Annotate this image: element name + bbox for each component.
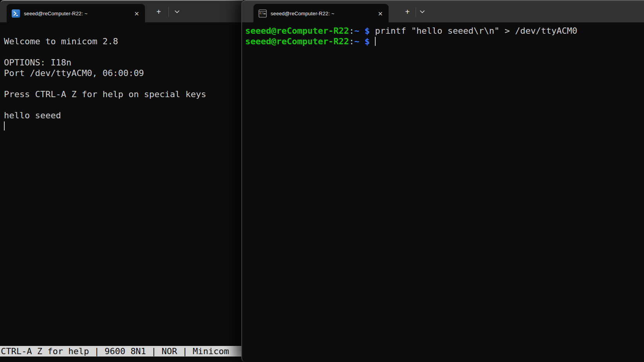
chevron-down-icon: [175, 10, 179, 13]
powershell-icon: [12, 9, 20, 18]
left-terminal-tab[interactable]: seeed@reComputer-R22: ~ ×: [7, 4, 145, 23]
left-tab-dropdown-button[interactable]: [171, 6, 183, 18]
terminal-cursor-line: [4, 121, 243, 131]
command-text: printf "hello seeed\r\n" > /dev/ttyACM0: [375, 26, 577, 36]
text-cursor: [4, 121, 5, 130]
right-tab-title: seeed@reComputer-R22: ~: [271, 11, 376, 16]
command-prompt-icon: C:\: [259, 9, 267, 18]
prompt-user-host: seeed@reComputer-R22: [245, 36, 349, 46]
desktop: seeed@reComputer-R22: ~ × + Welcome to m…: [0, 0, 644, 362]
prompt-colon: :: [349, 26, 354, 36]
minicom-terminal-output[interactable]: Welcome to minicom 2.8 OPTIONS: I18n Por…: [0, 22, 243, 362]
right-tab-dropdown-button[interactable]: [416, 6, 428, 18]
prompt-path: ~: [354, 36, 359, 46]
terminal-line: Welcome to minicom 2.8: [4, 36, 243, 47]
shell-command-line: seeed@reComputer-R22:~ $ printf "hello s…: [245, 25, 644, 36]
prompt-dollar: $: [359, 26, 375, 36]
right-tab-bar: C:\ seeed@reComputer-R22: ~ × +: [242, 0, 644, 22]
right-tab-close-icon[interactable]: ×: [376, 9, 385, 18]
terminal-line: hello seeed: [4, 110, 243, 121]
shell-terminal-window: C:\ seeed@reComputer-R22: ~ × + seeed@re…: [241, 0, 644, 362]
terminal-line: OPTIONS: I18n: [4, 57, 243, 68]
svg-text:C:\: C:\: [260, 12, 264, 14]
minicom-terminal-window: seeed@reComputer-R22: ~ × + Welcome to m…: [0, 0, 243, 362]
right-tabbar-divider: [416, 7, 416, 17]
left-tab-close-icon[interactable]: ×: [132, 9, 141, 18]
terminal-line: [4, 78, 243, 89]
terminal-line: Press CTRL-A Z for help on special keys: [4, 89, 243, 100]
prompt-user-host: seeed@reComputer-R22: [245, 26, 349, 36]
left-tabbar-divider: [168, 7, 169, 17]
terminal-line: [4, 100, 243, 110]
prompt-colon: :: [349, 36, 354, 46]
right-new-tab-button[interactable]: +: [402, 6, 413, 18]
terminal-line: Port /dev/ttyACM0, 06:00:09: [4, 68, 243, 78]
minicom-status-bar: CTRL-A Z for help | 9600 8N1 | NOR | Min…: [0, 346, 243, 357]
prompt-dollar: $: [359, 36, 375, 46]
left-new-tab-button[interactable]: +: [153, 6, 165, 18]
terminal-line: [4, 47, 243, 57]
terminal-line: [4, 25, 243, 36]
shell-prompt-line: seeed@reComputer-R22:~ $: [245, 36, 644, 47]
chevron-down-icon: [420, 10, 425, 13]
text-cursor: [375, 37, 376, 46]
prompt-path: ~: [354, 26, 359, 36]
shell-terminal-output[interactable]: seeed@reComputer-R22:~ $ printf "hello s…: [242, 22, 644, 362]
left-tab-bar: seeed@reComputer-R22: ~ × +: [0, 0, 243, 22]
left-tab-title: seeed@reComputer-R22: ~: [24, 11, 132, 16]
right-terminal-tab[interactable]: C:\ seeed@reComputer-R22: ~ ×: [253, 4, 389, 23]
